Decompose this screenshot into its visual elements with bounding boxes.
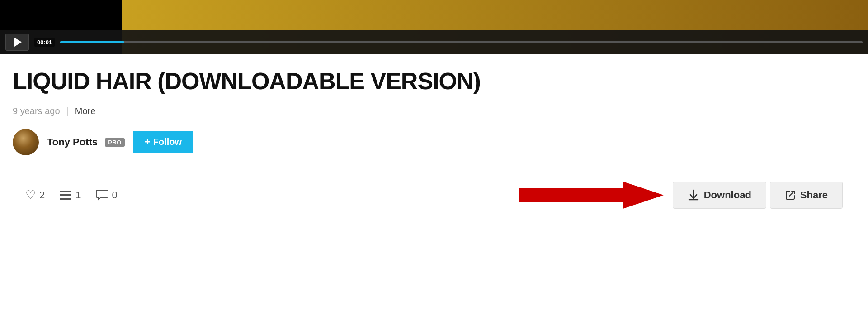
collections-count: 1 <box>75 189 81 201</box>
download-button[interactable]: Download <box>673 182 766 209</box>
collections-stat: 1 <box>59 189 81 201</box>
arrow-container <box>519 179 664 211</box>
play-icon <box>14 38 22 47</box>
comment-icon <box>96 189 108 201</box>
likes-stat: 2 <box>25 188 45 202</box>
author-row: Tony Potts PRO + Follow <box>13 129 855 155</box>
video-title: LIQUID HAIR (DOWNLOADABLE VERSION) <box>13 68 855 95</box>
upload-time: 9 years ago <box>13 106 60 116</box>
play-button[interactable] <box>5 34 29 51</box>
more-button[interactable]: More <box>75 106 96 116</box>
follow-label: Follow <box>153 137 182 147</box>
progress-bar[interactable] <box>60 41 863 43</box>
meta-separator: | <box>66 106 69 116</box>
heart-icon <box>25 188 36 202</box>
time-display: 00:01 <box>34 38 55 47</box>
comments-stat: 0 <box>96 189 118 201</box>
content-area: LIQUID HAIR (DOWNLOADABLE VERSION) 9 yea… <box>0 54 868 220</box>
download-arrow <box>519 179 664 211</box>
download-icon <box>688 189 699 201</box>
share-button[interactable]: Share <box>770 182 843 209</box>
stats-group: 2 1 0 <box>25 188 519 202</box>
svg-marker-3 <box>519 182 664 209</box>
layers-icon <box>59 190 72 201</box>
author-name: Tony Potts PRO <box>47 136 125 148</box>
svg-rect-0 <box>60 191 71 192</box>
action-bar: 2 1 0 <box>13 170 855 220</box>
video-player: 00:01 <box>0 0 868 54</box>
share-icon <box>785 190 796 201</box>
likes-count: 2 <box>39 189 45 201</box>
share-label: Share <box>800 189 828 201</box>
avatar[interactable] <box>13 129 39 155</box>
author-name-text: Tony Potts <box>47 136 98 148</box>
follow-button[interactable]: + Follow <box>133 131 193 153</box>
video-controls: 00:01 <box>0 30 868 54</box>
pro-badge: PRO <box>105 138 125 147</box>
svg-rect-1 <box>60 194 71 196</box>
avatar-image <box>13 129 39 155</box>
download-label: Download <box>704 189 751 201</box>
meta-row: 9 years ago | More <box>13 106 855 116</box>
progress-fill <box>60 41 124 43</box>
comments-count: 0 <box>112 189 118 201</box>
svg-rect-2 <box>60 198 71 200</box>
svg-line-6 <box>789 191 794 196</box>
follow-plus-icon: + <box>145 136 151 148</box>
